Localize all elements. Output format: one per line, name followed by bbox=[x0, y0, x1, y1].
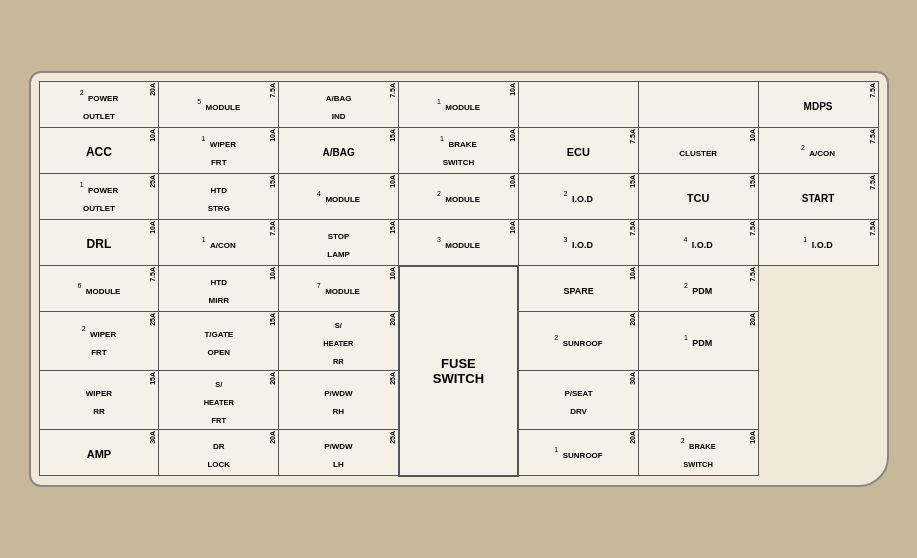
cell-iod-3: 3 I.O.D 7.5A bbox=[518, 220, 638, 266]
cell-sunroof-2: 2 SUNROOF 20A bbox=[518, 312, 638, 371]
amp-label: 10A bbox=[389, 267, 396, 280]
cell-wiper-frt-2: 2 WIPERFRT 25A bbox=[39, 312, 159, 371]
amp-label: 15A bbox=[269, 313, 276, 326]
cell-abag-ind: A/BAGIND 7.5A bbox=[279, 82, 399, 128]
amp-label: 10A bbox=[509, 221, 516, 234]
cell-module-1: 1 MODULE 10A bbox=[399, 82, 519, 128]
cell-acon-2: 2 A/CON 7.5A bbox=[758, 128, 878, 174]
cell-amp: AMP 30A bbox=[39, 430, 159, 476]
amp-label: 25A bbox=[389, 431, 396, 444]
cell-ecu: ECU 7.5A bbox=[518, 128, 638, 174]
fuse-grid: 2 POWEROUTLET 20A 5 MODULE 7.5A A/BAGIND… bbox=[39, 81, 879, 477]
amp-label: 25A bbox=[389, 372, 396, 385]
cell-module-7: 7 MODULE 10A bbox=[279, 266, 399, 312]
cell-pdm-1: 1 PDM 20A bbox=[638, 312, 758, 371]
fuse-box: 2 POWEROUTLET 20A 5 MODULE 7.5A A/BAGIND… bbox=[29, 71, 889, 487]
amp-label: 10A bbox=[269, 129, 276, 142]
amp-label: 10A bbox=[629, 267, 636, 280]
cell-fuse-switch: FUSESWITCH bbox=[399, 266, 519, 476]
cell-mdps: MDPS 7.5A bbox=[758, 82, 878, 128]
amp-label: 10A bbox=[749, 431, 756, 444]
cell-module-6: 6 MODULE 7.5A bbox=[39, 266, 159, 312]
amp-label: 10A bbox=[149, 129, 156, 142]
cell-brake-switch-1: 1 BRAKESWITCH 10A bbox=[399, 128, 519, 174]
cell-pseat-drv: P/SEATDRV 30A bbox=[518, 371, 638, 430]
amp-label: 10A bbox=[749, 129, 756, 142]
cell-wiper-frt-1: 1 WIPERFRT 10A bbox=[159, 128, 279, 174]
cell-module-4: 4 MODULE 10A bbox=[279, 174, 399, 220]
amp-label: 10A bbox=[509, 129, 516, 142]
amp-label: 20A bbox=[269, 431, 276, 444]
amp-label: 7.5A bbox=[749, 221, 756, 236]
cell-drl: DRL 10A bbox=[39, 220, 159, 266]
amp-label: 10A bbox=[509, 83, 516, 96]
amp-label: 10A bbox=[509, 175, 516, 188]
amp-label: 7.5A bbox=[629, 221, 636, 236]
amp-label: 7.5A bbox=[269, 83, 276, 98]
cell-cluster: CLUSTER 10A bbox=[638, 128, 758, 174]
cell-stop-lamp: STOPLAMP 15A bbox=[279, 220, 399, 266]
amp-label: 7.5A bbox=[749, 267, 756, 282]
amp-label: 15A bbox=[269, 175, 276, 188]
amp-label: 7.5A bbox=[869, 83, 876, 98]
cell-htd-strg: HTDSTRG 15A bbox=[159, 174, 279, 220]
amp-label: 20A bbox=[749, 313, 756, 326]
cell-pwdw-lh: P/WDWLH 25A bbox=[279, 430, 399, 476]
cell-iod-1: 1 I.O.D 7.5A bbox=[758, 220, 878, 266]
cell-power-outlet-2: 2 POWEROUTLET 20A bbox=[39, 82, 159, 128]
amp-label: 7.5A bbox=[869, 175, 876, 190]
cell-sheater-rr: S/HEATERRR 20A bbox=[279, 312, 399, 371]
amp-label: 15A bbox=[149, 372, 156, 385]
cell-acon-1: 1 A/CON 7.5A bbox=[159, 220, 279, 266]
cell-module-2: 2 MODULE 10A bbox=[399, 174, 519, 220]
amp-label: 7.5A bbox=[269, 221, 276, 236]
amp-label: 10A bbox=[269, 267, 276, 280]
amp-label: 7.5A bbox=[389, 83, 396, 98]
amp-label: 20A bbox=[389, 313, 396, 326]
amp-label: 15A bbox=[629, 175, 636, 188]
cell-iod-2: 2 I.O.D 15A bbox=[518, 174, 638, 220]
amp-label: 7.5A bbox=[149, 267, 156, 282]
amp-label: 20A bbox=[629, 313, 636, 326]
amp-label: 30A bbox=[629, 372, 636, 385]
cell-module-3: 3 MODULE 10A bbox=[399, 220, 519, 266]
amp-label: 25A bbox=[149, 313, 156, 326]
cell-tcu: TCU 15A bbox=[638, 174, 758, 220]
cell-empty-r1c5 bbox=[518, 82, 638, 128]
amp-label: 20A bbox=[149, 83, 156, 96]
cell-brake-switch-2: 2 BRAKESWITCH 10A bbox=[638, 430, 758, 476]
amp-label: 25A bbox=[149, 175, 156, 188]
amp-label: 15A bbox=[389, 221, 396, 234]
cell-start: START 7.5A bbox=[758, 174, 878, 220]
cell-htd-mirr: HTDMIRR 10A bbox=[159, 266, 279, 312]
amp-label: 15A bbox=[389, 129, 396, 142]
cell-dr-lock: DRLOCK 20A bbox=[159, 430, 279, 476]
cell-sheater-frt: S/HEATERFRT 20A bbox=[159, 371, 279, 430]
cell-tgate-open: T/GATEOPEN 15A bbox=[159, 312, 279, 371]
cell-acc: ACC 10A bbox=[39, 128, 159, 174]
amp-label: 30A bbox=[149, 431, 156, 444]
cell-power-outlet-1: 1 POWEROUTLET 25A bbox=[39, 174, 159, 220]
cell-spare: SPARE 10A bbox=[518, 266, 638, 312]
amp-label: 10A bbox=[389, 175, 396, 188]
amp-label: 10A bbox=[149, 221, 156, 234]
cell-sunroof-1: 1 SUNROOF 20A bbox=[518, 430, 638, 476]
cell-pdm-2: 2 PDM 7.5A bbox=[638, 266, 758, 312]
cell-wiper-rr: WIPERRR 15A bbox=[39, 371, 159, 430]
amp-label: 7.5A bbox=[629, 129, 636, 144]
amp-label: 20A bbox=[629, 431, 636, 444]
cell-iod-4: 4 I.O.D 7.5A bbox=[638, 220, 758, 266]
amp-label: 20A bbox=[269, 372, 276, 385]
cell-empty-r1c6 bbox=[638, 82, 758, 128]
cell-module-5: 5 MODULE 7.5A bbox=[159, 82, 279, 128]
cell-empty-r7 bbox=[638, 371, 758, 430]
cell-pwdw-rh: P/WDWRH 25A bbox=[279, 371, 399, 430]
amp-label: 7.5A bbox=[869, 129, 876, 144]
amp-label: 15A bbox=[749, 175, 756, 188]
amp-label: 7.5A bbox=[869, 221, 876, 236]
cell-abag: A/BAG 15A bbox=[279, 128, 399, 174]
